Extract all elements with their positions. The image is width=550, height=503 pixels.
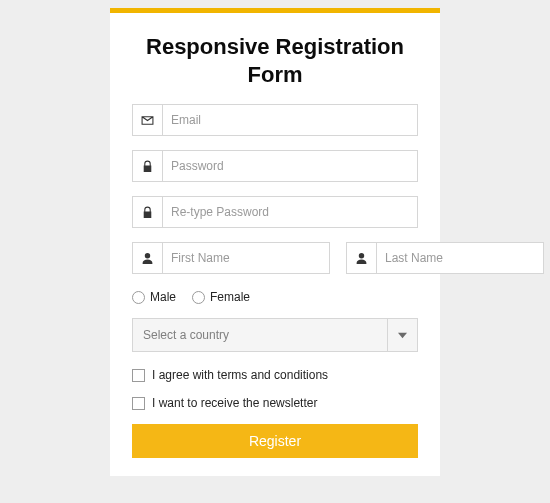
email-input[interactable] xyxy=(163,105,417,135)
firstname-field-group xyxy=(132,242,330,274)
form-title: Responsive Registration Form xyxy=(132,33,418,88)
firstname-input[interactable] xyxy=(163,243,329,273)
select-placeholder: Select a country xyxy=(143,328,229,342)
chevron-down-icon xyxy=(387,319,417,351)
radio-label: Male xyxy=(150,290,176,304)
checkbox-label: I want to receive the newsletter xyxy=(152,396,317,410)
email-icon xyxy=(133,105,163,135)
newsletter-checkbox[interactable]: I want to receive the newsletter xyxy=(132,396,418,410)
user-icon xyxy=(347,243,377,273)
radio-icon xyxy=(192,291,205,304)
terms-checkbox[interactable]: I agree with terms and conditions xyxy=(132,368,418,382)
lastname-input[interactable] xyxy=(377,243,543,273)
user-icon xyxy=(133,243,163,273)
repassword-field-group xyxy=(132,196,418,228)
checkbox-icon xyxy=(132,397,145,410)
password-input[interactable] xyxy=(163,151,417,181)
lock-icon xyxy=(133,151,163,181)
lastname-field-group xyxy=(346,242,544,274)
gender-female-radio[interactable]: Female xyxy=(192,290,250,304)
repassword-input[interactable] xyxy=(163,197,417,227)
checkbox-label: I agree with terms and conditions xyxy=(152,368,328,382)
email-field-group xyxy=(132,104,418,136)
registration-form: Responsive Registration Form xyxy=(110,8,440,476)
lock-icon xyxy=(133,197,163,227)
register-button[interactable]: Register xyxy=(132,424,418,458)
gender-male-radio[interactable]: Male xyxy=(132,290,176,304)
country-select[interactable]: Select a country xyxy=(132,318,418,352)
radio-icon xyxy=(132,291,145,304)
gender-radio-group: Male Female xyxy=(132,290,418,304)
checkbox-icon xyxy=(132,369,145,382)
radio-label: Female xyxy=(210,290,250,304)
name-row xyxy=(132,242,418,274)
password-field-group xyxy=(132,150,418,182)
